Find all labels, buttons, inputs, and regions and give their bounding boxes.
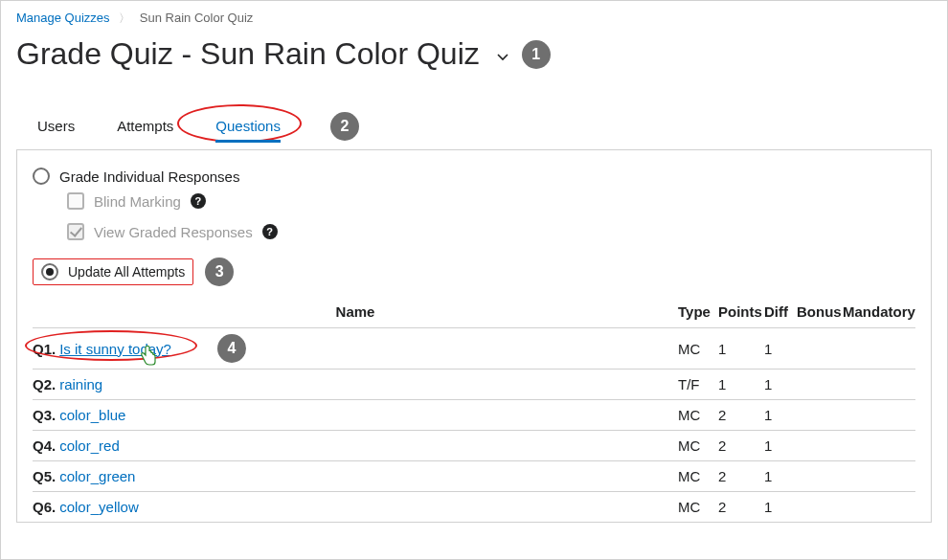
question-number: Q6. [33, 499, 56, 515]
callout-1: 1 [522, 40, 551, 69]
cell-diff: 1 [764, 437, 795, 454]
cell-points: 1 [718, 341, 762, 357]
checkbox-unchecked-icon [67, 192, 84, 210]
question-link[interactable]: color_blue [59, 407, 125, 423]
help-icon[interactable]: ? [191, 193, 206, 209]
cell-mandatory [843, 376, 915, 392]
table-row: Q1. Is it sunny today? 4 MC 1 1 [33, 327, 915, 369]
question-link[interactable]: color_green [59, 468, 135, 484]
table-row: Q5. color_green MC 2 1 [33, 460, 915, 491]
cell-type: MC [678, 468, 716, 484]
tab-questions-label: Questions [215, 118, 281, 134]
header-bonus: Bonus [797, 303, 841, 320]
blind-marking-label: Blind Marking [94, 193, 181, 210]
content-panel: Grade Individual Responses Blind Marking… [16, 149, 932, 523]
cell-type: MC [678, 341, 716, 357]
question-number: Q2. [33, 376, 56, 392]
header-type: Type [678, 303, 716, 320]
grade-individual-option[interactable]: Grade Individual Responses [33, 164, 915, 189]
cell-type: T/F [678, 376, 716, 392]
table-row: Q4. color_red MC 2 1 [33, 430, 915, 460]
cell-type: MC [678, 437, 716, 454]
cell-bonus [797, 499, 841, 515]
cursor-hand-icon [140, 346, 157, 367]
grade-individual-label: Grade Individual Responses [59, 168, 239, 185]
header-diff: Diff [764, 303, 795, 320]
header-points: Points [718, 303, 762, 320]
cell-diff: 1 [764, 341, 795, 357]
cell-points: 2 [718, 437, 762, 454]
question-number: Q4. [33, 437, 56, 454]
cell-diff: 1 [764, 376, 795, 392]
table-row: Q3. color_blue MC 2 1 [33, 399, 915, 430]
table-row: Q6. color_yellow MC 2 1 [33, 491, 915, 522]
cell-type: MC [678, 499, 716, 515]
tab-questions[interactable]: Questions [194, 110, 302, 142]
help-icon[interactable]: ? [262, 224, 278, 239]
callout-3: 3 [205, 258, 234, 286]
sub-options: Blind Marking ? View Graded Responses ? [33, 189, 915, 244]
cell-mandatory [843, 468, 915, 484]
cell-points: 1 [718, 376, 762, 392]
tab-attempts[interactable]: Attempts [96, 110, 194, 142]
cell-mandatory [843, 437, 915, 454]
tab-users[interactable]: Users [16, 110, 96, 142]
radio-unselected-icon[interactable] [33, 168, 50, 185]
question-link[interactable]: raining [59, 376, 102, 392]
cell-mandatory [843, 499, 915, 515]
question-number: Q3. [33, 407, 56, 423]
table-header: Name Type Points Diff Bonus Mandatory [33, 286, 915, 327]
question-link[interactable]: color_red [59, 437, 120, 454]
cell-bonus [797, 468, 841, 484]
checkbox-checked-disabled-icon [67, 223, 84, 240]
cell-diff: 1 [764, 499, 795, 515]
cell-diff: 1 [764, 468, 795, 484]
cell-diff: 1 [764, 407, 795, 423]
chevron-down-icon[interactable] [497, 51, 508, 62]
cell-mandatory [843, 407, 915, 423]
cell-bonus [797, 407, 841, 423]
breadcrumb-current: Sun Rain Color Quiz [140, 11, 254, 25]
page-title: Grade Quiz - Sun Rain Color Quiz [16, 36, 480, 72]
page-root: Manage Quizzes 〉 Sun Rain Color Quiz Gra… [0, 0, 948, 560]
table-row: Q2. raining T/F 1 1 [33, 369, 915, 399]
header-name: Name [33, 303, 678, 320]
cell-points: 2 [718, 407, 762, 423]
annotation-box-icon: Update All Attempts [33, 258, 193, 285]
breadcrumb-parent-link[interactable]: Manage Quizzes [16, 11, 110, 25]
callout-2: 2 [330, 112, 359, 141]
cell-type: MC [678, 407, 716, 423]
question-number: Q1. [33, 341, 56, 357]
tabs: Users Attempts Questions 2 [16, 72, 932, 142]
callout-4: 4 [217, 334, 246, 363]
view-graded-label: View Graded Responses [94, 224, 253, 240]
view-graded-option: View Graded Responses ? [67, 219, 915, 244]
blind-marking-option: Blind Marking ? [67, 189, 915, 213]
update-all-label: Update All Attempts [68, 264, 185, 280]
cell-bonus [797, 376, 841, 392]
cell-bonus [797, 341, 841, 357]
breadcrumb: Manage Quizzes 〉 Sun Rain Color Quiz [16, 9, 932, 33]
header-mandatory: Mandatory [843, 303, 915, 320]
cell-points: 2 [718, 499, 762, 515]
question-link[interactable]: color_yellow [59, 499, 139, 515]
update-all-row: Update All Attempts 3 [33, 258, 915, 286]
radio-selected-icon[interactable] [41, 263, 58, 280]
question-number: Q5. [33, 468, 56, 484]
cell-bonus [797, 437, 841, 454]
cell-points: 2 [718, 468, 762, 484]
breadcrumb-separator-icon: 〉 [119, 11, 130, 25]
page-title-row: Grade Quiz - Sun Rain Color Quiz 1 [16, 33, 932, 72]
cell-mandatory [843, 341, 915, 357]
